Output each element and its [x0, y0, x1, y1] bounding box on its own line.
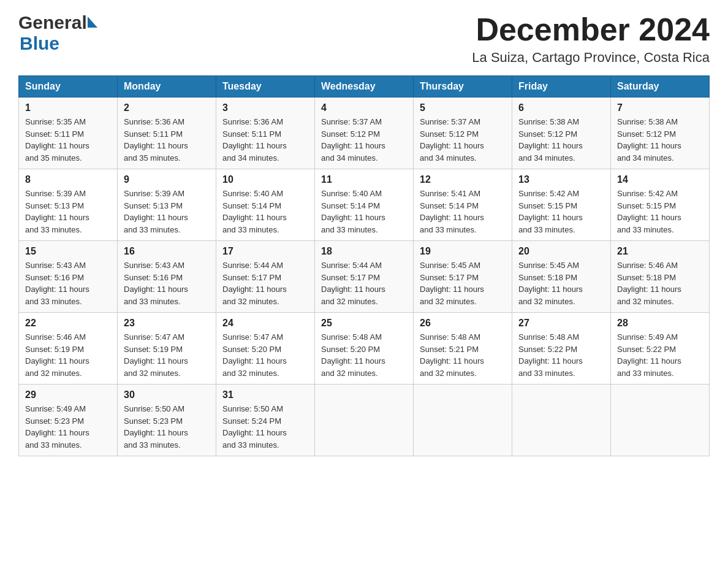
calendar-day-cell: 21 Sunrise: 5:46 AMSunset: 5:18 PMDaylig… — [611, 241, 710, 313]
header-tuesday: Tuesday — [216, 76, 315, 98]
day-info: Sunrise: 5:43 AMSunset: 5:16 PMDaylight:… — [124, 261, 188, 306]
day-number: 22 — [25, 318, 111, 329]
day-number: 11 — [321, 174, 407, 185]
day-info: Sunrise: 5:42 AMSunset: 5:15 PMDaylight:… — [617, 189, 681, 234]
day-info: Sunrise: 5:50 AMSunset: 5:24 PMDaylight:… — [222, 404, 287, 450]
calendar-day-cell — [611, 385, 710, 456]
day-info: Sunrise: 5:40 AMSunset: 5:14 PMDaylight:… — [222, 189, 287, 234]
location-title: La Suiza, Cartago Province, Costa Rica — [472, 50, 710, 66]
calendar-day-cell: 11 Sunrise: 5:40 AMSunset: 5:14 PMDaylig… — [315, 169, 414, 241]
calendar-day-cell: 3 Sunrise: 5:36 AMSunset: 5:11 PMDayligh… — [216, 98, 315, 169]
calendar-day-cell: 4 Sunrise: 5:37 AMSunset: 5:12 PMDayligh… — [315, 98, 414, 169]
calendar-table: Sunday Monday Tuesday Wednesday Thursday… — [18, 75, 710, 456]
calendar-day-cell: 16 Sunrise: 5:43 AMSunset: 5:16 PMDaylig… — [118, 241, 216, 313]
day-info: Sunrise: 5:45 AMSunset: 5:18 PMDaylight:… — [518, 261, 583, 306]
day-info: Sunrise: 5:39 AMSunset: 5:13 PMDaylight:… — [25, 189, 89, 234]
calendar-day-cell: 23 Sunrise: 5:47 AMSunset: 5:19 PMDaylig… — [118, 313, 216, 385]
day-number: 5 — [420, 102, 506, 113]
day-number: 31 — [222, 389, 308, 400]
calendar-week-row: 15 Sunrise: 5:43 AMSunset: 5:16 PMDaylig… — [19, 241, 710, 313]
day-number: 4 — [321, 102, 407, 113]
day-number: 15 — [25, 246, 111, 257]
day-number: 27 — [518, 318, 604, 329]
calendar-week-row: 8 Sunrise: 5:39 AMSunset: 5:13 PMDayligh… — [19, 169, 710, 241]
calendar-day-cell: 10 Sunrise: 5:40 AMSunset: 5:14 PMDaylig… — [216, 169, 315, 241]
calendar-week-row: 1 Sunrise: 5:35 AMSunset: 5:11 PMDayligh… — [19, 98, 710, 169]
calendar-day-cell — [414, 385, 512, 456]
day-info: Sunrise: 5:36 AMSunset: 5:11 PMDaylight:… — [124, 117, 188, 163]
calendar-day-cell: 20 Sunrise: 5:45 AMSunset: 5:18 PMDaylig… — [512, 241, 611, 313]
day-number: 8 — [25, 174, 111, 185]
calendar-day-cell: 7 Sunrise: 5:38 AMSunset: 5:12 PMDayligh… — [611, 98, 710, 169]
header-wednesday: Wednesday — [315, 76, 414, 98]
day-info: Sunrise: 5:35 AMSunset: 5:11 PMDaylight:… — [25, 117, 89, 163]
day-number: 10 — [222, 174, 308, 185]
day-info: Sunrise: 5:48 AMSunset: 5:20 PMDaylight:… — [321, 332, 385, 378]
day-number: 6 — [518, 102, 604, 113]
day-number: 7 — [617, 102, 703, 113]
day-info: Sunrise: 5:38 AMSunset: 5:12 PMDaylight:… — [617, 117, 681, 163]
day-number: 23 — [124, 318, 210, 329]
calendar-day-cell: 31 Sunrise: 5:50 AMSunset: 5:24 PMDaylig… — [216, 385, 315, 456]
title-area: December 2024 La Suiza, Cartago Province… — [472, 12, 710, 66]
header-sunday: Sunday — [19, 76, 118, 98]
calendar-day-cell: 14 Sunrise: 5:42 AMSunset: 5:15 PMDaylig… — [611, 169, 710, 241]
day-info: Sunrise: 5:37 AMSunset: 5:12 PMDaylight:… — [420, 117, 484, 163]
day-number: 30 — [124, 389, 210, 400]
page-header: General Blue December 2024 La Suiza, Car… — [18, 12, 710, 66]
day-info: Sunrise: 5:38 AMSunset: 5:12 PMDaylight:… — [518, 117, 583, 163]
day-number: 16 — [124, 246, 210, 257]
day-number: 14 — [617, 174, 703, 185]
calendar-day-cell — [512, 385, 611, 456]
logo-arrow-icon — [88, 17, 97, 28]
calendar-day-cell: 1 Sunrise: 5:35 AMSunset: 5:11 PMDayligh… — [19, 98, 118, 169]
calendar-header-row: Sunday Monday Tuesday Wednesday Thursday… — [19, 76, 710, 98]
calendar-day-cell: 15 Sunrise: 5:43 AMSunset: 5:16 PMDaylig… — [19, 241, 118, 313]
day-number: 2 — [124, 102, 210, 113]
calendar-day-cell: 25 Sunrise: 5:48 AMSunset: 5:20 PMDaylig… — [315, 313, 414, 385]
day-info: Sunrise: 5:39 AMSunset: 5:13 PMDaylight:… — [124, 189, 188, 234]
day-number: 19 — [420, 246, 506, 257]
day-info: Sunrise: 5:41 AMSunset: 5:14 PMDaylight:… — [420, 189, 484, 234]
calendar-week-row: 29 Sunrise: 5:49 AMSunset: 5:23 PMDaylig… — [19, 385, 710, 456]
day-info: Sunrise: 5:42 AMSunset: 5:15 PMDaylight:… — [518, 189, 583, 234]
day-info: Sunrise: 5:40 AMSunset: 5:14 PMDaylight:… — [321, 189, 385, 234]
day-info: Sunrise: 5:49 AMSunset: 5:22 PMDaylight:… — [617, 332, 681, 378]
day-number: 25 — [321, 318, 407, 329]
calendar-day-cell: 19 Sunrise: 5:45 AMSunset: 5:17 PMDaylig… — [414, 241, 512, 313]
month-title: December 2024 — [472, 12, 710, 47]
day-info: Sunrise: 5:49 AMSunset: 5:23 PMDaylight:… — [25, 404, 89, 450]
day-number: 13 — [518, 174, 604, 185]
day-number: 20 — [518, 246, 604, 257]
day-number: 17 — [222, 246, 308, 257]
header-thursday: Thursday — [414, 76, 512, 98]
day-info: Sunrise: 5:46 AMSunset: 5:19 PMDaylight:… — [25, 332, 89, 378]
day-info: Sunrise: 5:44 AMSunset: 5:17 PMDaylight:… — [321, 261, 385, 306]
day-info: Sunrise: 5:50 AMSunset: 5:23 PMDaylight:… — [124, 404, 188, 450]
calendar-day-cell: 6 Sunrise: 5:38 AMSunset: 5:12 PMDayligh… — [512, 98, 611, 169]
calendar-day-cell: 2 Sunrise: 5:36 AMSunset: 5:11 PMDayligh… — [118, 98, 216, 169]
day-info: Sunrise: 5:37 AMSunset: 5:12 PMDaylight:… — [321, 117, 385, 163]
day-number: 1 — [25, 102, 111, 113]
day-number: 18 — [321, 246, 407, 257]
calendar-day-cell: 26 Sunrise: 5:48 AMSunset: 5:21 PMDaylig… — [414, 313, 512, 385]
day-number: 24 — [222, 318, 308, 329]
day-number: 29 — [25, 389, 111, 400]
day-info: Sunrise: 5:48 AMSunset: 5:22 PMDaylight:… — [518, 332, 583, 378]
day-info: Sunrise: 5:47 AMSunset: 5:19 PMDaylight:… — [124, 332, 188, 378]
calendar-day-cell — [315, 385, 414, 456]
logo: General Blue — [18, 12, 97, 54]
calendar-day-cell: 27 Sunrise: 5:48 AMSunset: 5:22 PMDaylig… — [512, 313, 611, 385]
calendar-day-cell: 30 Sunrise: 5:50 AMSunset: 5:23 PMDaylig… — [118, 385, 216, 456]
day-info: Sunrise: 5:44 AMSunset: 5:17 PMDaylight:… — [222, 261, 287, 306]
calendar-day-cell: 24 Sunrise: 5:47 AMSunset: 5:20 PMDaylig… — [216, 313, 315, 385]
day-number: 12 — [420, 174, 506, 185]
calendar-day-cell: 5 Sunrise: 5:37 AMSunset: 5:12 PMDayligh… — [414, 98, 512, 169]
calendar-day-cell: 29 Sunrise: 5:49 AMSunset: 5:23 PMDaylig… — [19, 385, 118, 456]
calendar-day-cell: 9 Sunrise: 5:39 AMSunset: 5:13 PMDayligh… — [118, 169, 216, 241]
calendar-day-cell: 22 Sunrise: 5:46 AMSunset: 5:19 PMDaylig… — [19, 313, 118, 385]
calendar-day-cell: 13 Sunrise: 5:42 AMSunset: 5:15 PMDaylig… — [512, 169, 611, 241]
header-monday: Monday — [118, 76, 216, 98]
day-number: 9 — [124, 174, 210, 185]
calendar-week-row: 22 Sunrise: 5:46 AMSunset: 5:19 PMDaylig… — [19, 313, 710, 385]
